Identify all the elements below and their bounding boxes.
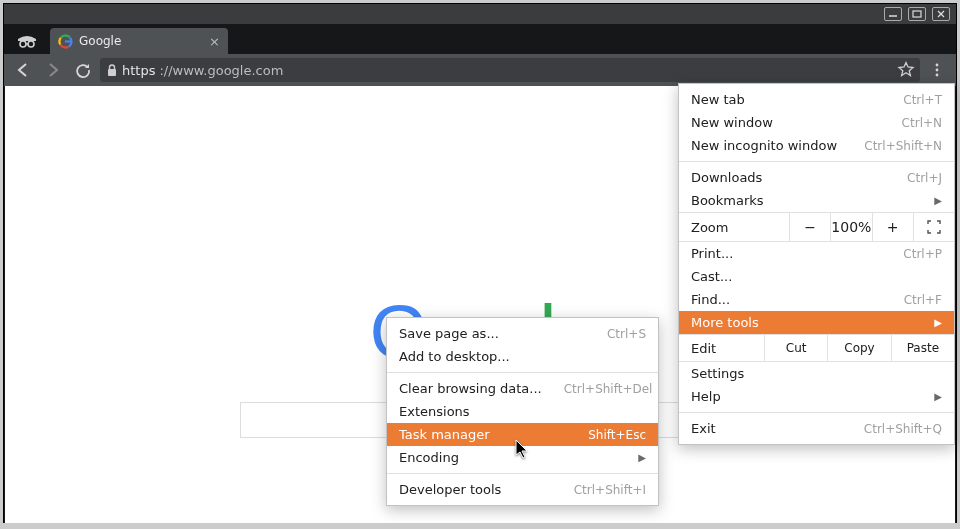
menu-bookmarks[interactable]: Bookmarks▶ xyxy=(679,189,954,212)
main-menu-button[interactable] xyxy=(924,57,950,83)
back-button[interactable] xyxy=(10,57,36,83)
svg-rect-12 xyxy=(108,69,116,76)
svg-point-14 xyxy=(936,69,939,72)
zoom-out-button[interactable]: − xyxy=(789,213,830,241)
chevron-right-icon: ▶ xyxy=(934,391,942,402)
menu-downloads[interactable]: DownloadsCtrl+J xyxy=(679,166,954,189)
svg-point-5 xyxy=(28,41,34,47)
url-scheme: https xyxy=(122,63,155,78)
star-icon xyxy=(898,61,914,77)
submenu-save-page[interactable]: Save page as...Ctrl+S xyxy=(387,322,658,345)
reload-icon xyxy=(75,62,91,78)
svg-point-13 xyxy=(936,64,939,67)
svg-point-15 xyxy=(936,74,939,77)
arrow-left-icon xyxy=(15,62,31,78)
more-tools-submenu: Save page as...Ctrl+S Add to desktop... … xyxy=(386,317,659,506)
menu-edit-row: Edit Cut Copy Paste xyxy=(679,334,954,362)
menu-find[interactable]: Find...Ctrl+F xyxy=(679,288,954,311)
tab-title: Google xyxy=(79,34,121,48)
chevron-right-icon: ▶ xyxy=(934,317,942,328)
fullscreen-icon xyxy=(927,220,941,234)
menu-print[interactable]: Print...Ctrl+P xyxy=(679,242,954,265)
submenu-developer-tools[interactable]: Developer toolsCtrl+Shift+I xyxy=(387,478,658,501)
incognito-icon xyxy=(10,24,44,54)
main-menu: New tabCtrl+T New windowCtrl+N New incog… xyxy=(678,83,955,445)
url-rest: ://www.google.com xyxy=(159,63,283,78)
menu-settings[interactable]: Settings xyxy=(679,362,954,385)
window-maximize-button[interactable] xyxy=(908,7,926,21)
menu-cast[interactable]: Cast... xyxy=(679,265,954,288)
edit-cut-button[interactable]: Cut xyxy=(764,335,827,361)
menu-zoom-row: Zoom − 100% + xyxy=(679,212,954,242)
arrow-right-icon xyxy=(45,62,61,78)
zoom-in-button[interactable]: + xyxy=(872,213,913,241)
menu-new-tab[interactable]: New tabCtrl+T xyxy=(679,88,954,111)
toolbar: https://www.google.com xyxy=(4,54,956,86)
browser-window: Google × https://www.google.com xyxy=(3,3,957,523)
svg-point-4 xyxy=(20,41,26,47)
menu-exit[interactable]: ExitCtrl+Shift+Q xyxy=(679,417,954,440)
kebab-icon xyxy=(930,62,944,78)
reload-button[interactable] xyxy=(70,57,96,83)
forward-button[interactable] xyxy=(40,57,66,83)
submenu-add-to-desktop[interactable]: Add to desktop... xyxy=(387,345,658,368)
zoom-label: Zoom xyxy=(679,220,789,235)
lock-icon xyxy=(106,63,118,77)
submenu-extensions[interactable]: Extensions xyxy=(387,400,658,423)
google-favicon-icon xyxy=(58,34,73,49)
fullscreen-button[interactable] xyxy=(913,213,954,241)
edit-label: Edit xyxy=(679,341,764,356)
maximize-icon xyxy=(912,10,922,18)
menu-new-window[interactable]: New windowCtrl+N xyxy=(679,111,954,134)
address-bar[interactable]: https://www.google.com xyxy=(100,58,920,82)
bookmark-star-button[interactable] xyxy=(898,61,914,80)
tab-close-button[interactable]: × xyxy=(209,34,220,49)
window-close-button[interactable] xyxy=(932,7,950,21)
mouse-cursor-icon xyxy=(516,440,532,460)
menu-help[interactable]: Help▶ xyxy=(679,385,954,408)
menu-new-incognito[interactable]: New incognito windowCtrl+Shift+N xyxy=(679,134,954,157)
chevron-right-icon: ▶ xyxy=(638,452,646,463)
menu-more-tools[interactable]: More tools▶ xyxy=(679,311,954,334)
svg-rect-1 xyxy=(913,11,921,17)
chevron-right-icon: ▶ xyxy=(934,195,942,206)
edit-copy-button[interactable]: Copy xyxy=(827,335,890,361)
window-minimize-button[interactable] xyxy=(884,7,902,21)
edit-paste-button[interactable]: Paste xyxy=(891,335,954,361)
minimize-icon xyxy=(888,10,898,18)
tab-strip: Google × xyxy=(4,24,956,54)
submenu-clear-browsing-data[interactable]: Clear browsing data...Ctrl+Shift+Del xyxy=(387,377,658,400)
titlebar xyxy=(4,4,956,24)
zoom-level: 100% xyxy=(830,213,871,241)
close-icon xyxy=(936,10,946,18)
tab-google[interactable]: Google × xyxy=(50,28,228,54)
